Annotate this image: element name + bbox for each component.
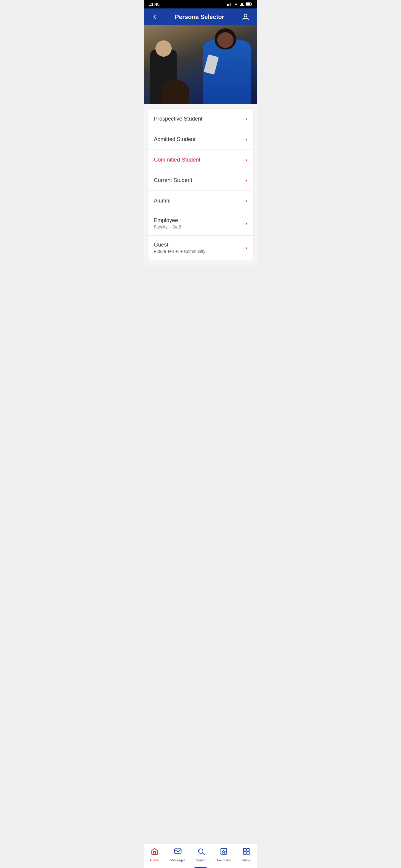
status-icons xyxy=(227,2,252,6)
persona-item-current-student[interactable]: Current Student › xyxy=(148,170,253,191)
persona-title-alumni: Alumni xyxy=(154,198,242,204)
status-bar: 11:40 xyxy=(144,0,257,8)
svg-point-8 xyxy=(244,14,247,17)
persona-title-prospective: Prospective Student xyxy=(154,116,242,122)
chevron-icon-committed: › xyxy=(245,157,247,163)
chevron-icon-current: › xyxy=(245,177,247,184)
profile-button[interactable] xyxy=(239,10,252,24)
persona-title-committed: Committed Student xyxy=(154,157,242,163)
persona-item-committed-student[interactable]: Committed Student › xyxy=(148,150,253,170)
persona-list-card: Prospective Student › Admitted Student ›… xyxy=(147,108,254,260)
persona-subtitle-guest: Future Terrier + Community xyxy=(154,249,242,254)
persona-item-prospective-student[interactable]: Prospective Student › xyxy=(148,109,253,129)
chevron-icon-guest: › xyxy=(245,245,247,251)
persona-item-admitted-student[interactable]: Admitted Student › xyxy=(148,129,253,150)
persona-title-employee: Employee xyxy=(154,217,242,224)
signal-bars-icon xyxy=(240,2,244,6)
status-time: 11:40 xyxy=(149,2,160,7)
persona-item-employee[interactable]: Employee Faculty + Staff › xyxy=(148,211,253,236)
nav-header: Persona Selector xyxy=(144,8,257,25)
persona-item-guest[interactable]: Guest Future Terrier + Community › xyxy=(148,236,253,260)
persona-item-alumni[interactable]: Alumni › xyxy=(148,191,253,211)
svg-rect-2 xyxy=(230,3,231,6)
battery-icon xyxy=(246,2,252,6)
svg-marker-4 xyxy=(240,2,244,6)
chevron-icon-prospective: › xyxy=(245,116,247,122)
svg-point-3 xyxy=(236,5,236,6)
hero-figure-right xyxy=(197,27,257,104)
persona-subtitle-employee: Faculty + Staff xyxy=(154,224,242,229)
bottom-spacer xyxy=(144,265,257,289)
persona-title-guest: Guest xyxy=(154,242,242,248)
back-button[interactable] xyxy=(149,11,160,23)
svg-rect-1 xyxy=(228,4,229,6)
profile-icon xyxy=(241,13,250,21)
persona-title-current: Current Student xyxy=(154,177,242,184)
svg-rect-7 xyxy=(246,3,251,5)
chevron-icon-admitted: › xyxy=(245,136,247,143)
chevron-icon-alumni: › xyxy=(245,198,247,204)
chevron-icon-employee: › xyxy=(245,220,247,227)
content-area: Prospective Student › Admitted Student ›… xyxy=(144,104,257,265)
back-arrow-icon xyxy=(151,13,158,20)
signal-icon xyxy=(227,2,232,6)
svg-rect-6 xyxy=(252,4,252,5)
page-title: Persona Selector xyxy=(160,13,239,21)
svg-rect-0 xyxy=(227,4,228,6)
hero-image xyxy=(144,25,257,104)
persona-title-admitted: Admitted Student xyxy=(154,136,242,143)
wifi-icon xyxy=(233,2,238,6)
hero-figure-middle xyxy=(162,80,189,104)
